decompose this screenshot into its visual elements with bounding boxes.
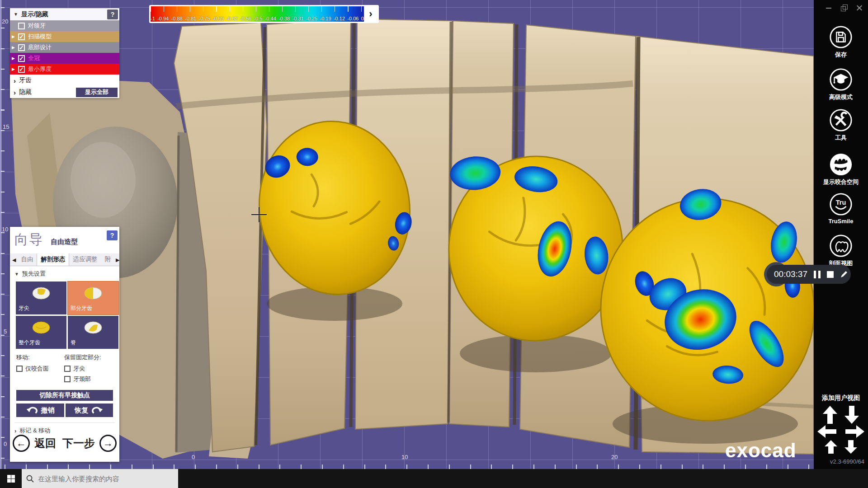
toolbar-label: 显示咬合空间 bbox=[823, 178, 859, 186]
keep-fixed-label: 保留固定部分: bbox=[64, 353, 112, 361]
presets-section-header[interactable]: ▼ 预先设置 bbox=[10, 266, 119, 280]
undo-button[interactable]: 撤销 bbox=[16, 404, 64, 417]
checkbox-checked[interactable]: ✓ bbox=[18, 66, 25, 73]
chevron-right-icon: › bbox=[14, 427, 16, 434]
minimize-icon[interactable] bbox=[826, 5, 832, 11]
tab-attachment[interactable]: 附 bbox=[101, 253, 114, 266]
tabs-scroll-right-icon[interactable]: ▶ bbox=[114, 254, 119, 266]
checkbox-checked[interactable]: ✓ bbox=[18, 33, 25, 40]
expand-arrow-icon[interactable]: ▶ bbox=[12, 67, 17, 71]
checkbox-unchecked[interactable] bbox=[18, 23, 25, 29]
taskbar-search[interactable] bbox=[22, 469, 178, 488]
preset-cusp[interactable]: 牙尖 bbox=[16, 282, 66, 314]
edit-button[interactable] bbox=[840, 270, 848, 278]
ruler-label: 0 bbox=[192, 454, 195, 460]
redo-button[interactable]: 恢复 bbox=[66, 404, 113, 417]
3d-viewport[interactable]: 20 15 10 5 0 mm 0 10 20 exocad bbox=[0, 0, 814, 469]
back-button[interactable]: ← 返回 bbox=[13, 435, 56, 452]
layer-row-base-design[interactable]: ▶ ✓ 底部设计 bbox=[10, 42, 119, 53]
restore-icon[interactable] bbox=[841, 5, 847, 11]
layer-label: 底部设计 bbox=[28, 43, 52, 52]
scale-ticks bbox=[151, 6, 364, 12]
exocad-logo: exocad bbox=[725, 439, 797, 462]
search-input[interactable] bbox=[38, 475, 174, 483]
add-user-view-button[interactable]: 添加用户视图 bbox=[814, 394, 868, 402]
expand-arrow-icon[interactable]: ▶ bbox=[12, 45, 17, 50]
occlusal-space-button[interactable]: 显示咬合空间 bbox=[814, 152, 868, 186]
help-button[interactable]: ? bbox=[107, 230, 118, 240]
scale-label: -0.88 bbox=[171, 16, 183, 21]
tooth-cusp-icon bbox=[31, 286, 51, 300]
preset-partial-tooth[interactable]: 部分牙齿 bbox=[68, 282, 118, 314]
toolbar-label: 保存 bbox=[835, 51, 847, 59]
ruler-bottom-ticks bbox=[5, 465, 809, 469]
layer-row-scan-model[interactable]: ▶ ✓ 扫描模型 bbox=[10, 31, 119, 42]
scale-label: -0.75 bbox=[199, 16, 210, 21]
keep-cusp-option[interactable]: 牙尖 bbox=[64, 365, 112, 373]
search-icon bbox=[26, 475, 34, 483]
tooth-partial-icon bbox=[83, 286, 103, 300]
option-label: 仅咬合面 bbox=[25, 365, 49, 373]
layer-label: 扫描模型 bbox=[28, 33, 52, 41]
layer-label: 对颌牙 bbox=[28, 22, 46, 30]
checkbox-checked[interactable]: ✓ bbox=[18, 55, 25, 62]
preset-whole-tooth[interactable]: 整个牙齿 bbox=[16, 316, 66, 349]
save-button[interactable]: 保存 bbox=[814, 25, 868, 59]
occlusal-only-option[interactable]: 仅咬合面 bbox=[16, 365, 64, 373]
teeth-label: 牙齿 bbox=[19, 76, 32, 84]
preset-ridge[interactable]: 脊 bbox=[68, 316, 118, 349]
hidden-section-row[interactable]: › 隐藏 显示全部 bbox=[10, 86, 119, 98]
expand-arrow-icon[interactable]: ▶ bbox=[12, 56, 17, 61]
expand-arrow-icon[interactable]: ▶ bbox=[12, 34, 17, 39]
show-hide-header[interactable]: ▼ 显示/隐藏 ? bbox=[10, 8, 119, 20]
advanced-mode-button[interactable]: 高级模式 bbox=[814, 67, 868, 101]
show-all-button[interactable]: 显示全部 bbox=[76, 88, 118, 97]
tru-glyph: Tru bbox=[836, 199, 846, 206]
scale-label: -0.38 bbox=[278, 16, 290, 21]
checkbox-unchecked[interactable] bbox=[64, 366, 71, 372]
ruler-label: 5 bbox=[4, 328, 7, 335]
3d-scene bbox=[0, 0, 814, 469]
tabs-scroll-left-icon[interactable]: ◀ bbox=[11, 254, 17, 266]
checkbox-checked[interactable]: ✓ bbox=[18, 44, 25, 51]
stop-button[interactable] bbox=[827, 271, 834, 278]
preset-label: 部分牙齿 bbox=[71, 305, 92, 312]
checkbox-unchecked[interactable] bbox=[16, 366, 23, 372]
tab-adapt[interactable]: 适应调整 bbox=[69, 253, 101, 266]
remove-contacts-button[interactable]: 切除所有早接触点 bbox=[16, 390, 113, 401]
mark-move-section[interactable]: › 标记 & 移动 bbox=[14, 422, 115, 435]
option-label: 牙颈部 bbox=[73, 375, 91, 383]
view-arrows-pad[interactable] bbox=[816, 406, 865, 456]
layer-row-full-crown[interactable]: ▶ ✓ 全冠 bbox=[10, 53, 119, 64]
next-button[interactable]: 下一步 → bbox=[62, 435, 117, 452]
tab-free[interactable]: 自由 bbox=[17, 253, 37, 266]
tools-button[interactable]: 工具 bbox=[814, 108, 868, 142]
layer-row-antagonist[interactable]: 对颌牙 bbox=[10, 20, 119, 31]
scale-label: -0.06 bbox=[347, 16, 359, 21]
chevron-right-icon: › bbox=[14, 77, 16, 84]
trusmile-button[interactable]: Tru TruSmile bbox=[814, 192, 868, 225]
recording-time: 00:03:37 bbox=[774, 269, 807, 279]
section-view-button[interactable]: 剖面视图 bbox=[814, 234, 868, 267]
pause-button[interactable] bbox=[814, 271, 821, 278]
ruler-label: 10 bbox=[401, 454, 408, 460]
redo-label: 恢复 bbox=[75, 406, 88, 415]
close-icon[interactable] bbox=[856, 5, 863, 11]
layer-row-min-thickness[interactable]: ▶ ✓ 最小厚度 bbox=[10, 64, 119, 75]
start-button[interactable] bbox=[0, 469, 22, 488]
teeth-section-row[interactable]: › 牙齿 bbox=[10, 75, 119, 86]
crosshair-cursor bbox=[251, 207, 267, 222]
scale-label: -0.5 bbox=[254, 16, 262, 21]
color-gradient-bar: -1 -0.94 -0.88 -0.81 -0.75 -0.69 -0.62 -… bbox=[151, 6, 364, 22]
scale-expand-button[interactable]: › bbox=[364, 6, 377, 22]
version-label: v2.3-6990/64 bbox=[830, 458, 864, 465]
option-label: 牙尖 bbox=[73, 365, 85, 373]
tooth-ridge-icon bbox=[83, 320, 103, 335]
app-window: 20 15 10 5 0 mm 0 10 20 exocad -1 -0.94 … bbox=[0, 0, 868, 488]
keep-cervical-option[interactable]: 牙颈部 bbox=[64, 375, 112, 383]
help-button[interactable]: ? bbox=[107, 9, 118, 19]
tab-anatomic-shape[interactable]: 解剖形态 bbox=[37, 253, 69, 266]
taskbar bbox=[0, 469, 868, 488]
checkbox-unchecked[interactable] bbox=[64, 376, 71, 382]
back-arrow-icon: ← bbox=[16, 437, 26, 449]
